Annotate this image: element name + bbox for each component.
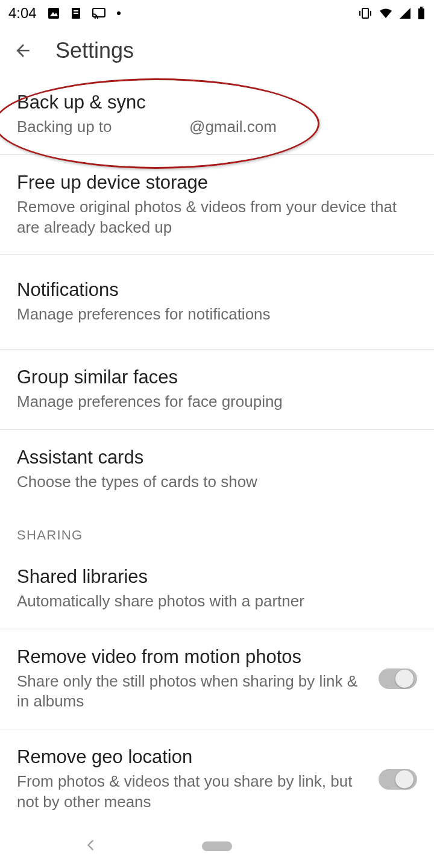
svg-rect-12	[420, 7, 423, 8]
item-title: Notifications	[17, 279, 417, 301]
nav-home-pill[interactable]	[202, 841, 232, 851]
nav-back-button[interactable]	[84, 838, 98, 854]
item-free-storage[interactable]: Free up device storage Remove original p…	[0, 155, 434, 256]
item-notifications[interactable]: Notifications Manage preferences for not…	[0, 255, 434, 350]
svg-rect-3	[74, 10, 78, 11]
svg-point-6	[117, 11, 121, 15]
svg-marker-10	[400, 8, 410, 19]
item-group-faces[interactable]: Group similar faces Manage preferences f…	[0, 350, 434, 430]
item-sub: From photos & videos that you share by l…	[17, 772, 364, 813]
item-sub: Manage preferences for face grouping	[17, 392, 417, 412]
app-bar: Settings	[0, 27, 434, 75]
item-sub: Remove original photos & videos from you…	[17, 197, 417, 238]
settings-list: Back up & sync Backing up to ⠀⠀⠀⠀⠀⠀ @gma…	[0, 75, 434, 829]
vibrate-icon	[358, 7, 373, 19]
item-title: Back up & sync	[17, 92, 417, 113]
item-sub: Backing up to ⠀⠀⠀⠀⠀⠀ @gmail.com	[17, 117, 417, 137]
item-title: Free up device storage	[17, 172, 417, 193]
item-title: Group similar faces	[17, 366, 417, 388]
item-sub: Automatically share photos with a partne…	[17, 591, 417, 612]
page-title: Settings	[55, 38, 134, 63]
svg-rect-4	[74, 13, 78, 14]
item-remove-geo[interactable]: Remove geo location From photos & videos…	[0, 729, 434, 829]
item-remove-video[interactable]: Remove video from motion photos Share on…	[0, 629, 434, 730]
signal-icon	[399, 7, 411, 19]
cast-icon	[92, 8, 105, 19]
item-title: Remove geo location	[17, 746, 364, 768]
battery-icon	[417, 7, 426, 20]
svg-rect-5	[93, 8, 105, 17]
item-sub: Manage preferences for notifications	[17, 304, 417, 325]
back-button[interactable]	[10, 37, 36, 64]
dot-icon	[116, 11, 121, 16]
item-title: Assistant cards	[17, 447, 417, 468]
doc-icon	[71, 7, 81, 19]
wifi-icon	[379, 7, 393, 19]
item-title: Remove video from motion photos	[17, 646, 364, 668]
toggle-remove-geo[interactable]	[379, 769, 417, 790]
status-bar: 4:04	[0, 0, 434, 27]
status-time: 4:04	[8, 5, 37, 22]
svg-rect-11	[418, 8, 424, 19]
section-sharing: SHARING	[0, 509, 434, 549]
item-sub: Share only the still photos when sharing…	[17, 671, 364, 712]
nav-bar	[0, 825, 434, 868]
item-shared-libraries[interactable]: Shared libraries Automatically share pho…	[0, 549, 434, 629]
item-title: Shared libraries	[17, 566, 417, 588]
svg-rect-7	[362, 8, 368, 18]
gallery-icon	[48, 7, 60, 19]
item-assistant-cards[interactable]: Assistant cards Choose the types of card…	[0, 430, 434, 509]
toggle-remove-video[interactable]	[379, 668, 417, 689]
item-sub: Choose the types of cards to show	[17, 472, 417, 492]
item-backup-sync[interactable]: Back up & sync Backing up to ⠀⠀⠀⠀⠀⠀ @gma…	[0, 75, 434, 155]
